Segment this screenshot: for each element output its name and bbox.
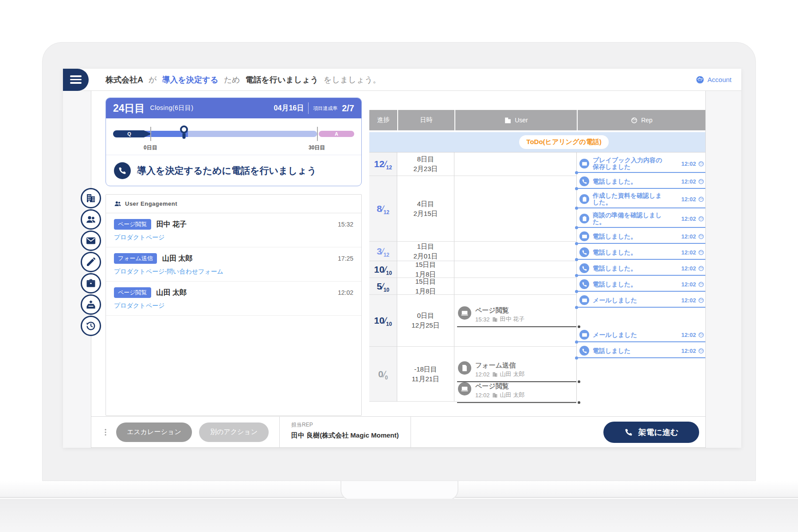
sidebar-briefcase-icon[interactable] [81,273,101,293]
calendar-date: 2月15日 [413,209,438,219]
sidebar-history-icon[interactable] [81,316,101,336]
kebab-menu-icon[interactable] [101,426,110,438]
q-segment: Q [113,130,152,137]
face-icon [698,249,704,256]
rep-event-label: メールしました [593,297,637,304]
clipboard-icon [579,214,589,223]
progress-cell: 5/10 [369,278,397,295]
event-type-badge: ページ閲覧 [114,219,151,230]
user-cell [454,176,577,242]
rep-event[interactable]: メールしました12:02 [577,329,705,342]
app-window: 株式会社Aが導入を決定するため電話を行いましょうをしましょう。 Account … [63,69,741,448]
sidebar-ballot-icon[interactable] [81,294,101,315]
proceed-to-call-button[interactable]: 架電に進む [603,422,699,443]
engagement-item[interactable]: フォーム送信山田 太郎17:25プロダクトページ-問い合わせフォーム [106,247,361,282]
rep-event[interactable]: メールしました12:02 [577,294,705,308]
progress-cell: 10/10 [369,261,397,278]
header-datetime: 日時 [397,110,454,130]
rep-event[interactable]: 電話しました12:02 [577,345,705,358]
face-icon [698,233,704,240]
playbook-card-header: 24日目 Closing(6日目) 04月16日 項目達成率 2/7 [106,98,361,118]
title-part: ため [224,75,240,84]
sidebar-icon-rail [81,188,101,337]
face-icon [698,196,704,203]
rep-event-time: 12:02 [681,249,704,256]
event-type-badge: ページ閲覧 [114,287,151,298]
playbook-day: 24日目 [113,102,145,115]
rep-event[interactable]: 電話しました。12:02 [577,176,705,189]
rep-event[interactable]: 電話しました。12:02 [577,262,705,276]
date-cell: -18日目11月21日 [397,347,454,402]
relative-day: 1日目 [417,242,434,251]
account-label: Account [708,76,732,83]
tick-label-start: 0日目 [144,144,157,152]
user-engagement-title: User Engagement [125,200,177,207]
user-cell [454,242,577,261]
todo-banner-row: ToDo(ヒアリングの電話) [369,132,705,152]
engagement-page-link[interactable]: プロダクトページ [114,234,164,242]
rep-event-time: 12:02 [681,215,704,222]
account-button[interactable]: Account [696,75,732,84]
clipboard-icon [579,194,589,204]
relative-day: 15日目 [415,277,436,286]
sidebar-building-icon[interactable] [81,188,101,208]
screenshot-stage: 株式会社Aが導入を決定するため電話を行いましょうをしましょう。 Account … [0,0,798,532]
rep-event-time: 12:02 [681,178,704,185]
table-body: 12/128日目2月23日8/124日目2月15日3/121日目2月01日10/… [369,152,705,402]
sidebar-mail-icon[interactable] [81,231,101,251]
rep-event-label: 電話しました [593,348,630,354]
progress-fraction: 3/12 [377,246,390,257]
hamburger-menu-icon[interactable] [63,69,89,91]
date-cell: 15日目1月8日 [397,278,454,295]
mail-icon [579,159,589,168]
rep-event[interactable]: プレイブック入力内容の保存しました12:02 [577,156,705,173]
other-action-button[interactable]: 別のアクション [199,422,269,442]
engagement-item[interactable]: ページ閲覧山田 太郎12:02プロダクトページ [106,282,361,316]
engagement-user-name: 山田 太郎 [162,254,192,263]
title-part[interactable]: 導入を決定する [162,75,218,84]
rep-event[interactable]: 作成した資料を確認しました。12:02 [577,192,705,208]
sidebar-people-icon[interactable] [81,209,101,230]
face-icon [698,332,704,338]
tick-day0 [150,127,151,141]
action-bar: エスカレーション 別のアクション 担当REP 田中 良樹(株式会社 Magic … [91,416,705,447]
progress-cell: 3/12 [369,242,397,261]
rep-event[interactable]: 電話しました。12:02 [577,246,705,260]
progress-fraction: 0/0 [378,369,388,379]
rep-event-time: 12:02 [681,233,704,240]
face-icon [698,281,704,288]
rep-event-label: メールしました [593,332,637,338]
table-header-row: 進捗 日時 User Rep [369,110,705,130]
user-event[interactable]: ページ閲覧15:32 田中 花子 [457,306,576,327]
rep-event-label: 電話しました。 [593,281,637,288]
rep-event[interactable]: 電話しました。12:02 [577,278,705,292]
rate-label: 項目達成率 [313,105,337,112]
rep-event-time: 12:02 [681,297,704,304]
slider-knob[interactable] [180,125,188,133]
engagement-item[interactable]: ページ閲覧田中 花子15:32プロダクトページ [106,213,361,247]
rep-event-time: 12:02 [681,160,704,167]
doc-icon [458,361,471,375]
user-event-meta: 12:02 山田 太郎 [475,370,524,378]
sidebar-pencil-icon[interactable] [81,252,101,272]
left-column: 24日目 Closing(6日目) 04月16日 項目達成率 2/7 [106,98,362,416]
user-event-title: ページ閲覧 [475,306,524,314]
user-event[interactable]: フォーム送信12:02 山田 太郎 [457,361,576,382]
engagement-page-link[interactable]: プロダクトページ-問い合わせフォーム [114,268,223,276]
header-progress: 進捗 [369,110,397,130]
rep-event[interactable]: 電話しました。12:02 [577,231,705,244]
progress-fraction: 12/12 [374,159,392,169]
relative-day: 4日目 [417,199,434,209]
people-icon [114,200,121,207]
user-event-title: フォーム送信 [475,361,524,369]
escalation-button[interactable]: エスカレーション [116,422,192,442]
user-event[interactable]: ページ閲覧12:02 山田 太郎 [457,382,576,403]
face-icon [698,265,704,272]
phone-icon [624,428,633,437]
timeline-table: 進捗 日時 User Rep ToDo(ヒアリングの電話) 12/128日目2月… [369,110,705,402]
rep-event[interactable]: 商談の準備を確認しました。12:02 [577,211,705,228]
playbook-action[interactable]: 導入を決定するために電話を行いましょう [106,155,361,186]
relative-day: 8日目 [417,154,434,164]
building-icon [492,317,498,322]
engagement-page-link[interactable]: プロダクトページ [114,302,164,310]
